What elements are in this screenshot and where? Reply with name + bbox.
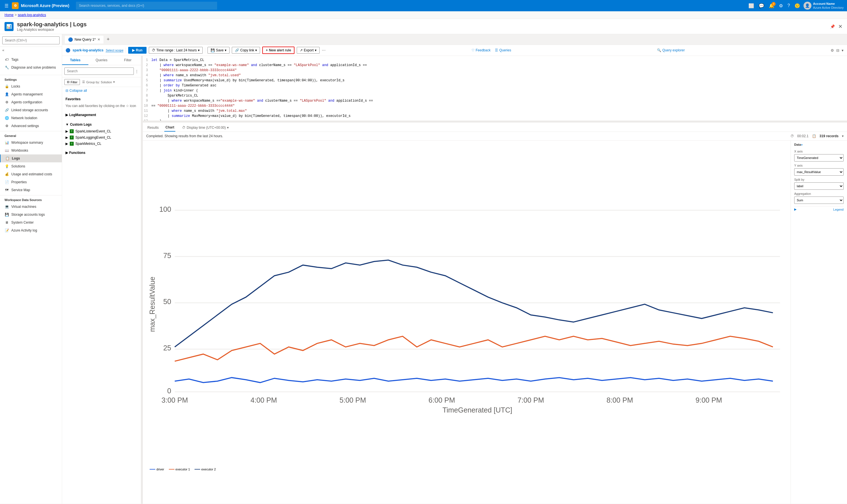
pin-icon[interactable]: 📌 <box>830 24 835 29</box>
data-section: Data » <box>794 143 844 146</box>
group-by-button[interactable]: ☰ Group by: Solution ▾ <box>82 80 115 84</box>
query-explorer-button[interactable]: 🔍 Query explorer <box>657 48 685 52</box>
new-alert-button[interactable]: + New alert rule <box>262 47 294 54</box>
tab-results[interactable]: Results <box>146 124 160 131</box>
select-scope-btn[interactable]: Select scope <box>106 49 123 52</box>
sidebar-item-properties[interactable]: 📄 Properties <box>0 178 62 186</box>
sidebar-item-agents-config[interactable]: ⚙ Agents configuration <box>0 98 62 106</box>
sidebar-item-solutions[interactable]: 💡 Solutions <box>0 162 62 170</box>
breadcrumb-home[interactable]: Home <box>4 13 14 17</box>
sidebar-label-agents-config: Agents configuration <box>11 100 42 104</box>
sidebar-item-azure-activity[interactable]: 📝 Azure Activity log <box>0 227 62 234</box>
tables-search-input[interactable] <box>65 68 134 75</box>
expand-icon-3: ▶ <box>66 142 68 146</box>
filter-icon: ⊟ <box>67 80 70 84</box>
run-button[interactable]: ▶ Run <box>128 47 146 54</box>
smiley-icon[interactable]: 🙂 <box>793 2 801 10</box>
code-editor[interactable]: 1 let Data = SparkMetrics_CL 2 | where w… <box>143 56 847 121</box>
code-line-4: 4 | where name_s endswith "jvm.total.use… <box>143 73 847 78</box>
aggregation-select[interactable]: Sum <box>794 197 844 204</box>
settings-gear-icon[interactable]: ⚙ <box>831 48 834 53</box>
data-header: Data » <box>794 143 844 146</box>
log-management-section: ▶ LogManagement <box>62 110 141 120</box>
legend-expand-icon: ▶ <box>794 208 796 211</box>
sidebar-item-storage-logs[interactable]: 💾 Storage accounts logs <box>0 211 62 218</box>
help-icon[interactable]: ? <box>786 2 791 9</box>
hamburger-menu[interactable]: ☰ <box>3 2 10 10</box>
sidebar-item-locks[interactable]: 🔒 Locks <box>0 83 62 90</box>
table-item-spark-listener[interactable]: ▶ T SparkListenerEvent_CL <box>62 128 141 134</box>
sidebar-item-linked-storage[interactable]: 🔗 Linked storage accounts <box>0 106 62 114</box>
content-area: 🔵 New Query 1* ✕ + 🔵 spark-log-analytics… <box>62 34 847 504</box>
collapse-all-btn[interactable]: ⊟ Collapse all <box>62 87 141 94</box>
save-button[interactable]: 💾 Save ▾ <box>208 47 230 54</box>
close-icon[interactable]: ✕ <box>838 23 843 30</box>
notifications-icon[interactable]: 🔔7 <box>768 2 776 10</box>
screen-icon[interactable]: ⬜ <box>747 2 755 10</box>
account-menu[interactable]: 👤 Account Name Azure Active Directory <box>804 2 844 10</box>
locks-icon: 🔒 <box>4 84 9 89</box>
data-expand-icon[interactable]: » <box>801 143 803 146</box>
sidebar-label-usage: Usage and estimated costs <box>11 172 52 176</box>
sidebar-item-vms[interactable]: 💻 Virtual machines <box>0 203 62 211</box>
x-axis-select[interactable]: TimeGenerated <box>794 154 844 162</box>
export-button[interactable]: ↗ Export ▾ <box>297 47 320 54</box>
split-by-select[interactable]: label <box>794 182 844 190</box>
table-item-spark-metrics[interactable]: ▶ T SparkMetrics_CL <box>62 141 141 147</box>
sidebar-item-agents[interactable]: 👤 Agents management <box>0 90 62 98</box>
sidebar-item-service-map[interactable]: 🗺 Service Map <box>0 186 62 194</box>
copy-link-button[interactable]: 🔗 Copy link ▾ <box>232 47 260 54</box>
layout-icon[interactable]: ⊟ <box>836 48 840 53</box>
more-options-btn[interactable]: ··· <box>322 48 326 53</box>
chart-legend: driver executor 1 executor 2 <box>146 466 787 472</box>
svg-text:8:00 PM: 8:00 PM <box>607 396 633 404</box>
query-tab-1[interactable]: 🔵 New Query 1* ✕ <box>65 35 104 43</box>
settings-icon[interactable]: ⚙ <box>778 2 784 10</box>
sidebar-item-system-center[interactable]: 🖥 System Center <box>0 218 62 227</box>
time-range-button[interactable]: ⏱ Time range : Last 24 hours ▾ <box>149 47 203 54</box>
query-explorer-icon: 🔍 <box>657 48 661 52</box>
query-tab-close[interactable]: ✕ <box>97 38 100 41</box>
sidebar-item-logs[interactable]: 📋 Logs <box>0 155 62 162</box>
tab-chart[interactable]: Chart <box>164 124 175 131</box>
filter-button[interactable]: ⊟ Filter <box>65 79 80 85</box>
breadcrumb-current[interactable]: spark-log-analytics <box>18 13 46 17</box>
diagnose-icon: 🔧 <box>4 65 9 70</box>
query-tab-add[interactable]: + <box>105 35 112 43</box>
scope-label[interactable]: spark-log-analytics <box>73 48 103 52</box>
legend-collapse-header[interactable]: ▶ Legend <box>794 206 844 212</box>
group-label: Group by: Solution <box>86 80 112 84</box>
functions-header[interactable]: ▶ Functions <box>62 149 141 157</box>
sidebar-item-advanced[interactable]: ⚙ Advanced settings <box>0 122 62 130</box>
tab-tables[interactable]: Tables <box>62 56 88 65</box>
sidebar-item-tags[interactable]: 🏷 Tags <box>0 56 62 64</box>
custom-logs-header[interactable]: ▼ Custom Logs <box>62 121 141 128</box>
scope-icon: 🔵 <box>66 48 70 53</box>
display-time-button[interactable]: ⏱ Display time (UTC+00:00) ▾ <box>182 126 229 130</box>
sidebar-item-usage[interactable]: 💰 Usage and estimated costs <box>0 170 62 178</box>
feedback-button[interactable]: ♡ Feedback <box>471 48 491 52</box>
tab-filter[interactable]: Filter <box>115 56 141 65</box>
toolbar-expand-icon[interactable]: ▾ <box>842 48 844 53</box>
sidebar-search-input[interactable] <box>2 36 59 44</box>
feedback-icon[interactable]: 💬 <box>757 2 765 10</box>
y-axis-select[interactable]: max_ResultValue <box>794 168 844 176</box>
table-label-1: SparkListenerEvent_CL <box>75 129 111 133</box>
log-management-header[interactable]: ▶ LogManagement <box>62 111 141 119</box>
group-icon: ☰ <box>82 80 85 84</box>
table-item-spark-logging[interactable]: ▶ T SparkLoggingEvent_CL <box>62 134 141 141</box>
sidebar-item-diagnose[interactable]: 🔧 Diagnose and solve problems <box>0 64 62 71</box>
chevron-down-icon: ▾ <box>198 48 200 52</box>
tab-queries[interactable]: Queries <box>88 56 115 65</box>
copy-link-label: Copy link <box>240 48 254 52</box>
sidebar-item-workspace-summary[interactable]: 📊 Workspace summary <box>0 139 62 146</box>
sidebar-item-workbooks[interactable]: 📖 Workbooks <box>0 146 62 155</box>
sidebar-label-agents: Agents management <box>11 92 43 96</box>
global-search-input[interactable] <box>76 2 217 10</box>
sidebar-item-network[interactable]: 🌐 Network Isolation <box>0 114 62 122</box>
records-expand[interactable]: ▾ <box>842 134 844 138</box>
queries-icon: ☰ <box>495 48 498 52</box>
tables-search-more[interactable]: ⋮ <box>135 69 139 73</box>
queries-button[interactable]: ☰ Queries <box>495 48 511 52</box>
sidebar-collapse-btn[interactable]: « <box>0 47 62 53</box>
